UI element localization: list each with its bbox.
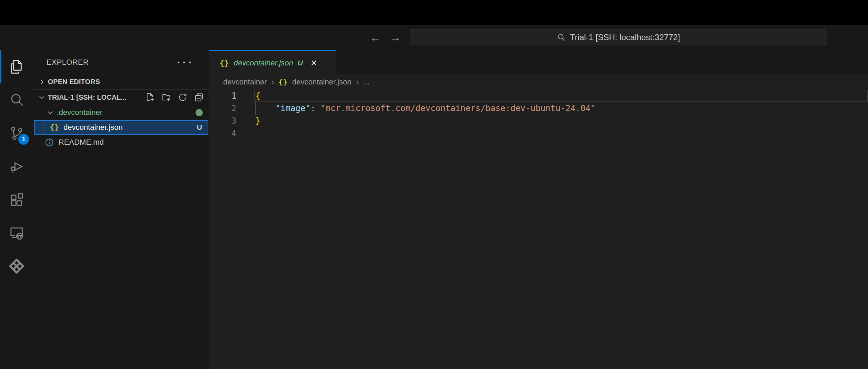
files-icon	[9, 59, 25, 75]
code-editor[interactable]: 1 { 2 "image": "mcr.microsoft.com/devcon…	[209, 90, 868, 369]
refresh-icon[interactable]	[178, 92, 188, 102]
breadcrumb-file[interactable]: devcontainer.json	[292, 78, 351, 87]
activity-item-extensions[interactable]	[0, 183, 33, 216]
tree-row-devcontainer-json[interactable]: {} devcontainer.json U	[34, 120, 208, 135]
line-content: {	[255, 90, 260, 102]
breadcrumb-folder[interactable]: .devcontainer	[221, 78, 267, 87]
new-file-icon[interactable]	[145, 92, 155, 102]
tab-untracked-badge: U	[298, 59, 303, 67]
line-number[interactable]: 3	[209, 115, 236, 127]
git-untracked-badge: U	[197, 123, 202, 132]
title-bar: ← → Trial-1 [SSH: localhost:32772]	[0, 25, 868, 50]
tree-row-readme[interactable]: README.md	[33, 135, 209, 150]
activity-item-explorer[interactable]	[0, 50, 33, 83]
chevron-down-icon	[46, 108, 55, 117]
tab-bar: {} devcontainer.json U ×	[209, 50, 868, 74]
workspace-actions	[145, 92, 209, 102]
token-brace: {	[255, 91, 260, 101]
scm-changes-badge: 1	[18, 134, 29, 145]
collapse-all-icon[interactable]	[194, 92, 204, 102]
code-line-2: 2 "image": "mcr.microsoft.com/devcontain…	[209, 102, 868, 115]
remote-explorer-icon	[9, 225, 25, 241]
workspace-section-header[interactable]: TRIAL-1 [SSH: LOCAL...	[33, 90, 209, 105]
more-actions-icon[interactable]: ···	[177, 61, 194, 64]
line-number[interactable]: 2	[209, 102, 236, 115]
back-button[interactable]: ←	[369, 31, 381, 44]
activity-bar: 1	[0, 50, 33, 369]
explorer-sidebar: EXPLORER ··· OPEN EDITORS TRIAL-1 [SSH: …	[33, 50, 209, 369]
activity-item-run-debug[interactable]	[0, 150, 33, 183]
token-punctuation: :	[310, 104, 320, 113]
activity-item-remote-explorer[interactable]	[0, 216, 33, 250]
close-icon[interactable]: ×	[311, 57, 317, 68]
sidebar-title-row: EXPLORER ···	[33, 50, 209, 74]
code-line-1: 1 {	[209, 90, 868, 102]
diamond-grid-icon	[8, 258, 25, 274]
new-folder-icon[interactable]	[161, 92, 172, 102]
code-line-4: 4	[209, 127, 868, 140]
window-title-text: Trial-1 [SSH: localhost:32772]	[570, 33, 680, 42]
tab-label: devcontainer.json	[234, 58, 293, 68]
top-black-strip	[0, 0, 868, 25]
folder-label: .devcontainer	[57, 108, 102, 117]
line-content: "image": "mcr.microsoft.com/devcontainer…	[255, 102, 596, 115]
breadcrumb-symbol-more[interactable]: ...	[363, 78, 369, 87]
tree-row-devcontainer-folder[interactable]: .devcontainer	[33, 105, 209, 120]
command-center-search[interactable]: Trial-1 [SSH: localhost:32772]	[410, 29, 827, 45]
activity-item-source-control[interactable]: 1	[0, 117, 33, 150]
token-brace: }	[255, 116, 260, 126]
breadcrumb: .devcontainer › {} devcontainer.json › .…	[209, 74, 868, 90]
json-file-icon: {}	[50, 123, 59, 132]
token-indent	[255, 104, 275, 113]
file-tree: .devcontainer {} devcontainer.json U RE	[33, 105, 209, 150]
editor-area: {} devcontainer.json U × .devcontainer ›…	[209, 50, 868, 369]
extensions-icon	[9, 192, 25, 208]
info-icon	[45, 138, 54, 147]
search-icon	[9, 92, 25, 108]
activity-item-azure-tools[interactable]	[0, 250, 33, 283]
activity-item-search[interactable]	[0, 83, 33, 117]
line-number[interactable]: 1	[209, 90, 236, 102]
line-content: }	[255, 115, 260, 127]
tab-devcontainer-json[interactable]: {} devcontainer.json U ×	[209, 50, 336, 74]
open-editors-label: OPEN EDITORS	[48, 78, 100, 86]
chevron-right-icon	[37, 78, 46, 87]
code-line-3: 3 }	[209, 115, 868, 127]
file-label: devcontainer.json	[63, 123, 123, 132]
history-navigation: ← →	[369, 25, 401, 50]
open-editors-section[interactable]: OPEN EDITORS	[33, 74, 209, 90]
json-file-icon: {}	[220, 59, 229, 67]
vscode-window: ← → Trial-1 [SSH: localhost:32772]	[0, 0, 868, 369]
magnifier-icon	[557, 33, 566, 42]
chevron-down-icon	[37, 93, 46, 102]
tree-indent-guide	[44, 121, 44, 134]
workbench: 1	[0, 50, 868, 369]
chevron-separator-icon: ›	[271, 77, 274, 87]
file-label: README.md	[58, 138, 104, 147]
line-number[interactable]: 4	[209, 127, 236, 140]
json-file-icon: {}	[279, 78, 288, 86]
token-string: "mcr.microsoft.com/devcontainers/base:de…	[320, 104, 596, 113]
debug-icon	[9, 159, 25, 174]
workspace-label: TRIAL-1 [SSH: LOCAL...	[48, 93, 127, 101]
sidebar-title: EXPLORER	[46, 58, 89, 67]
chevron-separator-icon: ›	[356, 77, 359, 87]
token-property: "image"	[275, 104, 310, 113]
git-status-dot	[196, 109, 203, 116]
forward-button[interactable]: →	[389, 31, 401, 44]
